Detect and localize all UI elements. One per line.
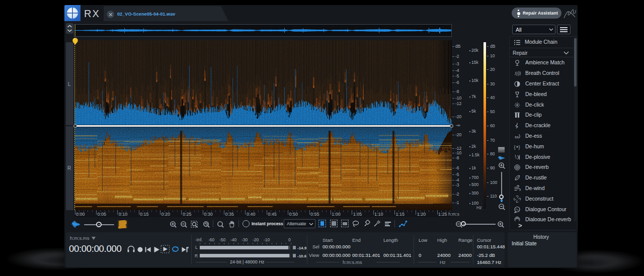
svg-text:ss: ss [515, 134, 519, 139]
svg-text:{: { [514, 144, 516, 149]
svg-text:}: } [519, 144, 520, 149]
